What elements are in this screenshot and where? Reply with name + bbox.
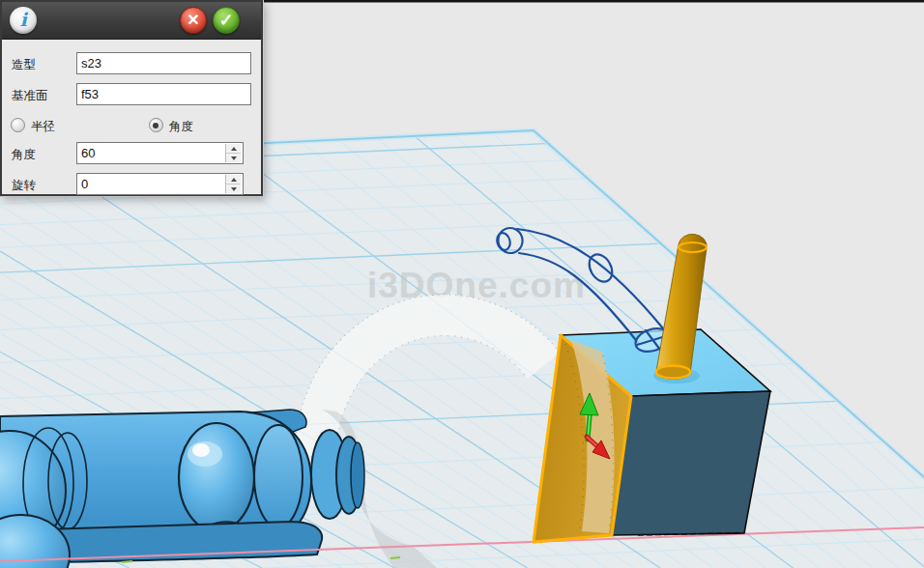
info-icon[interactable]: i bbox=[10, 7, 37, 34]
shape-input[interactable] bbox=[76, 52, 251, 74]
angle-spinner bbox=[76, 142, 244, 164]
rotation-input[interactable] bbox=[77, 174, 228, 194]
robot-front-dome bbox=[179, 423, 254, 531]
mode-options: 半径 角度 bbox=[11, 117, 193, 135]
datum-plane-label: 基准面 bbox=[12, 88, 48, 104]
datum-plane-input[interactable] bbox=[76, 83, 251, 105]
rotation-spin-down-icon[interactable] bbox=[226, 185, 241, 193]
rotation-spinner bbox=[76, 173, 244, 195]
bend-dialog: i ✕ ✓ 造型 基准面 半径 角度 角度 旋转 bbox=[0, 0, 263, 196]
angle-field-label: 角度 bbox=[12, 147, 36, 163]
angle-radio-label: 角度 bbox=[169, 120, 193, 133]
angle-radio[interactable] bbox=[149, 118, 163, 132]
rotation-field-label: 旋转 bbox=[12, 178, 36, 194]
cancel-button[interactable]: ✕ bbox=[180, 7, 207, 34]
confirm-button[interactable]: ✓ bbox=[213, 7, 240, 34]
angle-input[interactable] bbox=[77, 143, 228, 163]
angle-spin-up-icon[interactable] bbox=[226, 144, 241, 154]
box-model[interactable] bbox=[534, 329, 770, 542]
robot-ring-1 bbox=[254, 425, 303, 527]
dialog-header[interactable]: i ✕ ✓ bbox=[2, 2, 261, 40]
shape-field-label: 造型 bbox=[12, 57, 36, 73]
angle-spin-down-icon[interactable] bbox=[226, 154, 241, 162]
radius-radio[interactable] bbox=[11, 118, 25, 132]
box-right-face bbox=[612, 391, 770, 535]
radius-radio-label: 半径 bbox=[31, 120, 55, 133]
rotation-spin-up-icon[interactable] bbox=[226, 175, 241, 185]
